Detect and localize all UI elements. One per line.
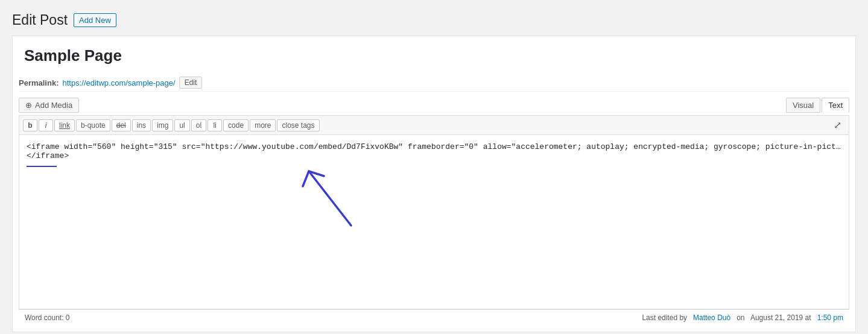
last-edited-text: Last edited by <box>642 314 687 322</box>
format-ul-button[interactable]: ul <box>174 119 189 131</box>
code-line-2: </iframe> <box>27 151 841 160</box>
format-del-button[interactable]: del <box>112 119 131 131</box>
permalink-url[interactable]: https://editwp.com/sample-page/ <box>62 78 175 87</box>
arrow-annotation <box>297 159 369 232</box>
last-edited-on: on <box>737 314 744 322</box>
fullscreen-button[interactable]: ⤢ <box>830 118 845 132</box>
add-media-button[interactable]: ⊕ Add Media <box>19 98 79 113</box>
format-ol-button[interactable]: ol <box>191 119 206 131</box>
format-toolbar: b i link b-quote del ins img ul ol li co… <box>19 115 849 134</box>
last-edited-info: Last edited by Matteo Duò on August 21, … <box>642 314 843 322</box>
svg-line-0 <box>309 171 351 225</box>
code-line-1: <iframe width="560" height="315" src="ht… <box>27 142 841 151</box>
format-bold-button[interactable]: b <box>23 119 37 131</box>
format-link-button[interactable]: link <box>54 119 75 131</box>
last-edited-time[interactable]: 1:50 pm <box>817 314 843 322</box>
last-edited-user[interactable]: Matteo Duò <box>693 314 730 322</box>
format-code-button[interactable]: code <box>223 119 249 131</box>
editor-footer: Word count: 0 Last edited by Matteo Duò … <box>19 309 849 326</box>
format-img-button[interactable]: img <box>152 119 173 131</box>
format-more-button[interactable]: more <box>250 119 276 131</box>
edit-permalink-button[interactable]: Edit <box>179 77 203 89</box>
text-cursor <box>27 166 57 167</box>
add-media-label: Add Media <box>35 101 72 110</box>
permalink-label: Permalink: <box>19 78 59 87</box>
add-new-button[interactable]: Add New <box>74 13 116 27</box>
add-media-icon: ⊕ <box>25 101 32 110</box>
post-title-input[interactable] <box>19 42 849 69</box>
word-count: Word count: 0 <box>25 314 69 322</box>
tab-text[interactable]: Text <box>822 98 849 113</box>
editor-content-area[interactable]: <iframe width="560" height="315" src="ht… <box>19 134 849 309</box>
format-close-tags-button[interactable]: close tags <box>277 119 319 131</box>
page-title: Edit Post <box>12 12 68 28</box>
last-edited-date: August 21, 2019 at <box>750 314 811 322</box>
tab-visual[interactable]: Visual <box>786 98 820 113</box>
format-ins-button[interactable]: ins <box>132 119 151 131</box>
format-bquote-button[interactable]: b-quote <box>76 119 110 131</box>
format-li-button[interactable]: li <box>207 119 222 131</box>
format-italic-button[interactable]: i <box>39 119 53 131</box>
